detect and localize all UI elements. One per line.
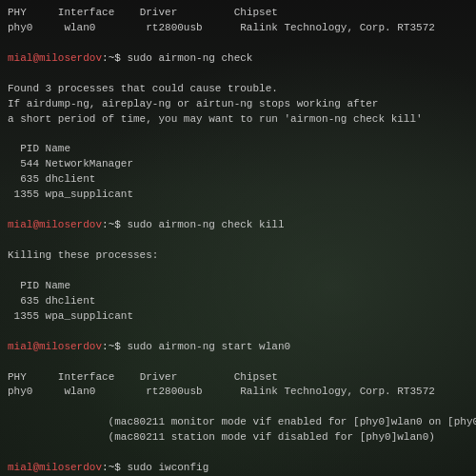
table-header-2: PHY Interface Driver Chipset bbox=[8, 370, 468, 386]
table-row-1: phy0 wlan0 rt2800usb Ralink Technology, … bbox=[8, 21, 468, 36]
pid-header-2: PID Name bbox=[8, 279, 468, 294]
blank-8 bbox=[8, 355, 468, 370]
table-header-1: PHY Interface Driver Chipset bbox=[8, 6, 468, 21]
blank-2 bbox=[8, 67, 468, 82]
warning-line-1: If airdump-ng, aireplay-ng or airtun-ng … bbox=[8, 97, 468, 112]
blank-7 bbox=[8, 325, 468, 340]
warning-line-2: a short period of time, you may want to … bbox=[8, 112, 468, 128]
prompt-1: mial@miloserdov:~$ sudo airmon-ng check bbox=[8, 51, 468, 67]
blank-4 bbox=[8, 203, 468, 218]
pid-row-1: 544 NetworkManager bbox=[8, 157, 468, 172]
blank-3 bbox=[8, 128, 468, 143]
pid-row-2: 635 dhclient bbox=[8, 172, 468, 188]
blank-6 bbox=[8, 264, 468, 279]
found-processes: Found 3 processes that could cause troub… bbox=[8, 82, 468, 97]
mac-station-line: (mac80211 station mode vif disabled for … bbox=[8, 430, 468, 446]
blank-1 bbox=[8, 36, 468, 51]
table-row-2: phy0 wlan0 rt2800usb Ralink Technology, … bbox=[8, 385, 468, 400]
killing-text: Killing these processes: bbox=[8, 248, 468, 264]
blank-10 bbox=[8, 446, 468, 461]
pid-row-3: 1355 wpa_supplicant bbox=[8, 188, 468, 203]
blank-5 bbox=[8, 233, 468, 248]
terminal-window: PHY Interface Driver Chipset phy0 wlan0 … bbox=[0, 0, 476, 476]
prompt-3: mial@miloserdov:~$ sudo airmon-ng start … bbox=[8, 340, 468, 355]
prompt-2: mial@miloserdov:~$ sudo airmon-ng check … bbox=[8, 218, 468, 233]
blank-9 bbox=[8, 400, 468, 415]
terminal-content: PHY Interface Driver Chipset phy0 wlan0 … bbox=[8, 6, 468, 476]
pid-row-kill-2: 1355 wpa_supplicant bbox=[8, 309, 468, 325]
pid-row-kill-1: 635 dhclient bbox=[8, 294, 468, 309]
pid-header-1: PID Name bbox=[8, 142, 468, 157]
prompt-4: mial@miloserdov:~$ sudo iwconfig bbox=[8, 461, 468, 476]
mac-monitor-line: (mac80211 monitor mode vif enabled for [… bbox=[8, 415, 468, 430]
